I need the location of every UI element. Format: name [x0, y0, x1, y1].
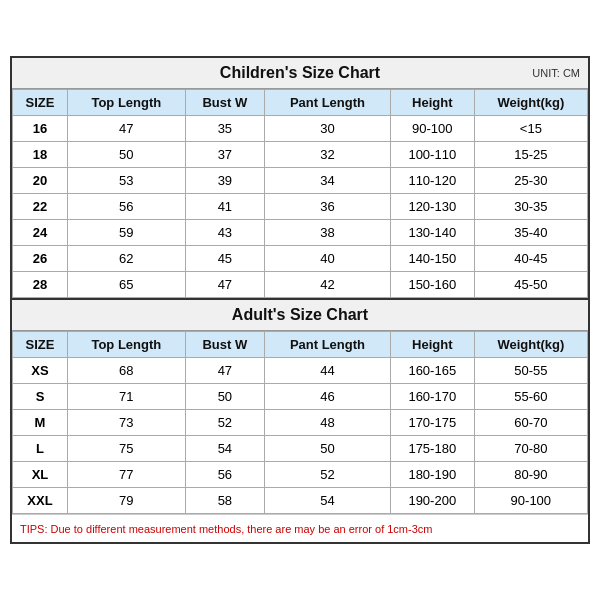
- table-row: L755450175-18070-80: [13, 436, 588, 462]
- adult-title: Adult's Size Chart: [232, 306, 368, 323]
- children-col-pant-length: Pant Length: [265, 90, 391, 116]
- adult-title-row: Adult's Size Chart: [12, 298, 588, 331]
- table-cell: 42: [265, 272, 391, 298]
- table-cell: 34: [265, 168, 391, 194]
- table-cell: 39: [185, 168, 264, 194]
- table-cell: 110-120: [390, 168, 474, 194]
- table-cell: 130-140: [390, 220, 474, 246]
- table-cell: 47: [185, 358, 264, 384]
- table-cell: 52: [185, 410, 264, 436]
- table-cell: 80-90: [474, 462, 587, 488]
- table-cell: 180-190: [390, 462, 474, 488]
- table-row: 18503732100-11015-25: [13, 142, 588, 168]
- table-cell: 53: [68, 168, 186, 194]
- table-cell: 32: [265, 142, 391, 168]
- table-cell: 150-160: [390, 272, 474, 298]
- table-cell: 35-40: [474, 220, 587, 246]
- adult-col-weight: Weight(kg): [474, 332, 587, 358]
- table-cell: XL: [13, 462, 68, 488]
- table-cell: 54: [185, 436, 264, 462]
- children-col-height: Height: [390, 90, 474, 116]
- table-cell: 45-50: [474, 272, 587, 298]
- adult-col-size: SIZE: [13, 332, 68, 358]
- table-cell: L: [13, 436, 68, 462]
- adult-col-height: Height: [390, 332, 474, 358]
- children-col-weight: Weight(kg): [474, 90, 587, 116]
- table-cell: 56: [185, 462, 264, 488]
- table-cell: 40-45: [474, 246, 587, 272]
- table-cell: 60-70: [474, 410, 587, 436]
- children-col-size: SIZE: [13, 90, 68, 116]
- table-row: XL775652180-19080-90: [13, 462, 588, 488]
- table-cell: 52: [265, 462, 391, 488]
- table-row: 1647353090-100<15: [13, 116, 588, 142]
- children-unit: UNIT: CM: [532, 67, 580, 79]
- table-cell: 18: [13, 142, 68, 168]
- tips-row: TIPS: Due to different measurement metho…: [12, 514, 588, 542]
- table-cell: 15-25: [474, 142, 587, 168]
- children-title: Children's Size Chart: [220, 64, 380, 81]
- table-row: XXL795854190-20090-100: [13, 488, 588, 514]
- table-cell: 90-100: [474, 488, 587, 514]
- table-cell: 46: [265, 384, 391, 410]
- table-cell: M: [13, 410, 68, 436]
- table-cell: 62: [68, 246, 186, 272]
- table-cell: 45: [185, 246, 264, 272]
- table-cell: 120-130: [390, 194, 474, 220]
- children-col-top-length: Top Length: [68, 90, 186, 116]
- table-cell: 26: [13, 246, 68, 272]
- table-cell: 71: [68, 384, 186, 410]
- table-cell: 65: [68, 272, 186, 298]
- tips-text: TIPS: Due to different measurement metho…: [20, 523, 432, 535]
- table-cell: 30-35: [474, 194, 587, 220]
- children-tbody: 1647353090-100<1518503732100-11015-25205…: [13, 116, 588, 298]
- table-cell: 59: [68, 220, 186, 246]
- table-cell: 30: [265, 116, 391, 142]
- adult-header-row: SIZE Top Length Bust W Pant Length Heigh…: [13, 332, 588, 358]
- table-cell: 175-180: [390, 436, 474, 462]
- table-cell: 190-200: [390, 488, 474, 514]
- adult-col-pant-length: Pant Length: [265, 332, 391, 358]
- table-cell: 79: [68, 488, 186, 514]
- table-cell: 37: [185, 142, 264, 168]
- table-cell: 38: [265, 220, 391, 246]
- table-cell: 16: [13, 116, 68, 142]
- table-row: 20533934110-12025-30: [13, 168, 588, 194]
- adult-col-top-length: Top Length: [68, 332, 186, 358]
- table-cell: 22: [13, 194, 68, 220]
- table-cell: 58: [185, 488, 264, 514]
- table-cell: 28: [13, 272, 68, 298]
- table-cell: 68: [68, 358, 186, 384]
- table-row: 22564136120-13030-35: [13, 194, 588, 220]
- table-cell: 40: [265, 246, 391, 272]
- table-row: S715046160-17055-60: [13, 384, 588, 410]
- table-cell: 70-80: [474, 436, 587, 462]
- table-cell: 50: [185, 384, 264, 410]
- adult-tbody: XS684744160-16550-55S715046160-17055-60M…: [13, 358, 588, 514]
- table-row: 24594338130-14035-40: [13, 220, 588, 246]
- table-cell: 24: [13, 220, 68, 246]
- table-cell: 43: [185, 220, 264, 246]
- children-thead: SIZE Top Length Bust W Pant Length Heigh…: [13, 90, 588, 116]
- table-cell: 25-30: [474, 168, 587, 194]
- adult-col-bust-w: Bust W: [185, 332, 264, 358]
- table-cell: 47: [68, 116, 186, 142]
- table-cell: 48: [265, 410, 391, 436]
- table-cell: 54: [265, 488, 391, 514]
- table-cell: 47: [185, 272, 264, 298]
- table-row: M735248170-17560-70: [13, 410, 588, 436]
- table-cell: 50: [68, 142, 186, 168]
- table-cell: 56: [68, 194, 186, 220]
- table-cell: 160-170: [390, 384, 474, 410]
- children-title-row: Children's Size Chart UNIT: CM: [12, 58, 588, 89]
- table-cell: 100-110: [390, 142, 474, 168]
- children-col-bust-w: Bust W: [185, 90, 264, 116]
- table-cell: 44: [265, 358, 391, 384]
- table-cell: 140-150: [390, 246, 474, 272]
- table-cell: XXL: [13, 488, 68, 514]
- table-cell: 50: [265, 436, 391, 462]
- table-cell: XS: [13, 358, 68, 384]
- table-cell: 90-100: [390, 116, 474, 142]
- table-cell: 170-175: [390, 410, 474, 436]
- table-row: XS684744160-16550-55: [13, 358, 588, 384]
